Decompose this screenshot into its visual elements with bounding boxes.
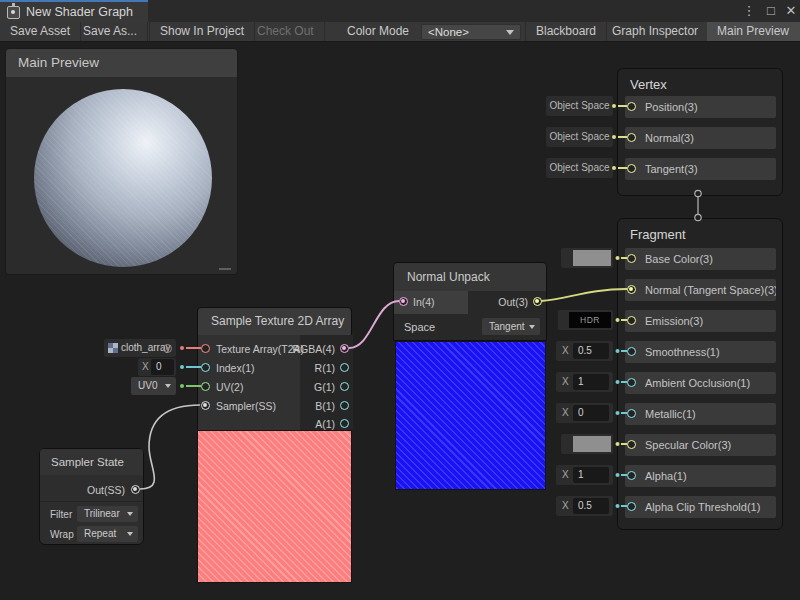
smoothness-field[interactable]: X0.5: [556, 341, 613, 361]
output-b-label: B(1): [315, 400, 335, 412]
block-position[interactable]: Position(3): [625, 96, 776, 118]
close-icon[interactable]: ✕: [782, 0, 800, 22]
graph-inspector-button[interactable]: Graph Inspector: [602, 22, 709, 41]
sample-node-title: Sample Texture 2D Array: [198, 308, 351, 335]
color-mode-value: <None>: [428, 26, 469, 38]
block-normal-tangent-space[interactable]: Normal (Tangent Space)(3): [625, 279, 776, 301]
save-as-button[interactable]: Save As...: [73, 22, 148, 41]
port-alpha-clip-threshold[interactable]: [627, 502, 636, 511]
shader-graph-icon: [7, 6, 20, 19]
port-normal-tangent-space[interactable]: [627, 285, 636, 294]
position-default-widget[interactable]: Object Space: [546, 96, 613, 116]
vertex-node[interactable]: Vertex Position(3) Normal(3) Tangent(3): [617, 68, 783, 196]
port-emission[interactable]: [627, 316, 636, 325]
normal-unpack-node[interactable]: Normal Unpack In(4) Out(3) Space Tangent: [393, 262, 547, 341]
output-a-label: A(1): [315, 418, 335, 430]
port-index-in[interactable]: [201, 363, 210, 372]
port-b-out[interactable]: [340, 401, 349, 410]
port-uv-in[interactable]: [201, 382, 210, 391]
block-normal[interactable]: Normal(3): [625, 127, 776, 149]
texture-thumbnail-icon: [108, 343, 118, 353]
port-unpack-in[interactable]: [399, 297, 408, 306]
check-out-button[interactable]: Check Out: [247, 22, 325, 41]
wrap-label: Wrap: [50, 529, 74, 540]
save-asset-button[interactable]: Save Asset: [0, 22, 81, 41]
out-ss-label: Out(SS): [87, 484, 125, 496]
alpha-clip-threshold-field[interactable]: X0.5: [556, 496, 613, 516]
chevron-down-icon: [127, 532, 133, 536]
blackboard-button[interactable]: Blackboard: [525, 22, 607, 41]
port-sampler-in[interactable]: [201, 401, 210, 410]
block-ambient-occlusion[interactable]: Ambient Occlusion(1): [625, 372, 776, 394]
output-g-label: G(1): [314, 381, 335, 393]
sampler-state-node[interactable]: Sampler State Out(SS) Filter Trilinear W…: [39, 448, 144, 545]
emission-hdr-field[interactable]: HDR: [558, 310, 613, 330]
sample-texture-2d-array-node[interactable]: Sample Texture 2D Array Texture Array(T2…: [197, 307, 352, 430]
maximize-icon[interactable]: □: [762, 0, 780, 22]
block-smoothness[interactable]: Smoothness(1): [625, 341, 776, 363]
normal-unpack-preview: [395, 341, 546, 490]
normal-default-widget[interactable]: Object Space: [546, 127, 613, 147]
alpha-field[interactable]: X1: [556, 465, 613, 485]
port-position[interactable]: [627, 102, 636, 111]
port-g-out[interactable]: [340, 382, 349, 391]
main-preview-button[interactable]: Main Preview: [707, 22, 800, 41]
block-tangent[interactable]: Tangent(3): [625, 158, 776, 180]
resize-handle[interactable]: [219, 268, 231, 270]
chevron-down-icon: [165, 384, 171, 388]
space-dropdown[interactable]: Tangent: [482, 318, 540, 335]
port-sampler-state-out[interactable]: [131, 485, 140, 494]
port-metallic[interactable]: [627, 409, 636, 418]
hdr-badge: HDR: [569, 312, 611, 328]
output-rgba-label: RGBA(4): [292, 343, 335, 355]
color-mode-dropdown[interactable]: <None>: [421, 24, 521, 40]
port-smoothness[interactable]: [627, 347, 636, 356]
chevron-down-icon: [127, 512, 133, 516]
main-preview-panel[interactable]: Main Preview: [5, 48, 238, 275]
main-preview-header[interactable]: Main Preview: [6, 49, 237, 77]
wrap-dropdown[interactable]: Repeat: [77, 526, 138, 542]
port-ambient-occlusion[interactable]: [627, 378, 636, 387]
show-in-project-button[interactable]: Show In Project: [149, 22, 255, 41]
block-alpha[interactable]: Alpha(1): [625, 465, 776, 487]
tab-new-shader-graph[interactable]: New Shader Graph: [0, 0, 148, 22]
metallic-field[interactable]: X0: [556, 403, 613, 423]
block-metallic[interactable]: Metallic(1): [625, 403, 776, 425]
port-r-out[interactable]: [340, 363, 349, 372]
block-specular-color[interactable]: Specular Color(3): [625, 434, 776, 456]
normal-unpack-title: Normal Unpack: [394, 263, 546, 291]
in-port-label: In(4): [413, 296, 435, 308]
filter-label: Filter: [50, 509, 72, 520]
port-alpha[interactable]: [627, 471, 636, 480]
specular-color-swatch[interactable]: [561, 434, 613, 454]
tangent-default-widget[interactable]: Object Space: [546, 158, 613, 178]
port-specular-color[interactable]: [627, 440, 636, 449]
port-rgba-out[interactable]: [340, 344, 349, 353]
base-color-swatch[interactable]: [561, 248, 613, 268]
port-texture-array-in[interactable]: [201, 344, 210, 353]
port-tangent[interactable]: [627, 164, 636, 173]
object-picker-icon[interactable]: [163, 344, 172, 353]
block-base-color[interactable]: Base Color(3): [625, 248, 776, 270]
ambient-occlusion-field[interactable]: X1: [556, 372, 613, 392]
fragment-node[interactable]: Fragment Base Color(3) Normal (Tangent S…: [617, 218, 783, 530]
texture-array-field[interactable]: cloth_array: [104, 339, 176, 357]
input-index-label: Index(1): [216, 362, 255, 374]
kebab-menu-icon[interactable]: ⋮: [740, 0, 758, 22]
port-normal-vertex[interactable]: [627, 133, 636, 142]
out-port-label: Out(3): [498, 296, 528, 308]
block-emission[interactable]: Emission(3): [625, 310, 776, 332]
filter-dropdown[interactable]: Trilinear: [77, 506, 138, 522]
color-mode-label: Color Mode: [347, 22, 409, 41]
port-base-color[interactable]: [627, 254, 636, 263]
index-field[interactable]: X 0: [138, 358, 176, 376]
input-uv-label: UV(2): [216, 381, 243, 393]
tab-title: New Shader Graph: [26, 5, 133, 19]
fragment-node-title: Fragment: [618, 219, 782, 242]
port-a-out[interactable]: [340, 419, 349, 428]
vertex-node-title: Vertex: [618, 69, 782, 92]
output-r-label: R(1): [315, 362, 335, 374]
port-unpack-out[interactable]: [533, 297, 542, 306]
block-alpha-clip-threshold[interactable]: Alpha Clip Threshold(1): [625, 496, 776, 518]
uv-channel-dropdown[interactable]: UV0: [131, 377, 176, 395]
